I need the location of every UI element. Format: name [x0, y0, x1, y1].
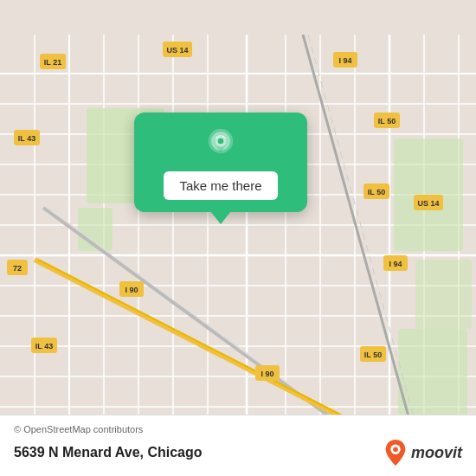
svg-text:IL 50: IL 50: [368, 188, 385, 196]
svg-rect-30: [415, 260, 472, 329]
svg-text:US 14: US 14: [417, 199, 439, 208]
address-row: 5639 N Menard Ave, Chicago moovit: [14, 438, 462, 467]
moovit-pin-icon: [383, 438, 408, 467]
svg-point-73: [393, 447, 398, 452]
svg-rect-31: [398, 329, 467, 415]
map-background: IL 21 US 14 I 94 IL 43 IL 50 IL 50 US 14…: [0, 0, 476, 476]
bottom-bar: © OpenStreetMap contributors 5639 N Mena…: [0, 415, 476, 476]
popup-card: Take me there: [134, 113, 307, 212]
svg-text:IL 50: IL 50: [364, 351, 382, 359]
svg-text:IL 21: IL 21: [44, 58, 61, 67]
moovit-brand-text: moovit: [411, 444, 462, 462]
map-container: IL 21 US 14 I 94 IL 43 IL 50 IL 50 US 14…: [0, 0, 476, 476]
map-attribution: © OpenStreetMap contributors: [14, 424, 462, 434]
svg-text:I 94: I 94: [389, 260, 402, 268]
location-pin-icon: [203, 128, 238, 163]
svg-text:I 90: I 90: [261, 370, 273, 378]
svg-text:I 90: I 90: [125, 286, 138, 294]
svg-text:IL 50: IL 50: [378, 117, 396, 125]
svg-text:IL 43: IL 43: [35, 342, 53, 351]
svg-text:US 14: US 14: [166, 46, 188, 55]
svg-text:IL 43: IL 43: [18, 134, 35, 143]
moovit-logo: moovit: [383, 438, 462, 467]
take-me-there-button[interactable]: Take me there: [164, 171, 277, 200]
svg-text:I 94: I 94: [338, 56, 351, 65]
svg-text:72: 72: [13, 264, 22, 273]
address-text: 5639 N Menard Ave, Chicago: [14, 445, 203, 460]
